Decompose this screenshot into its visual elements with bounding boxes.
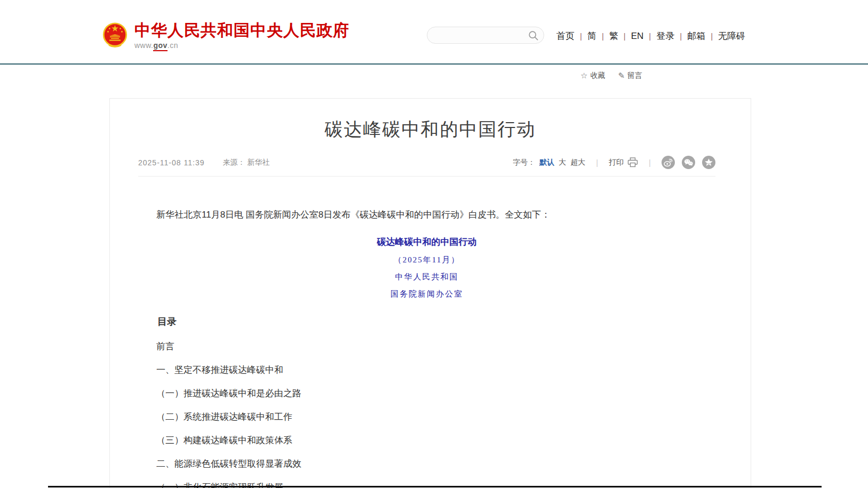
nav-separator: | (580, 31, 582, 41)
font-size-default[interactable]: 默认 (539, 158, 554, 167)
message-label: 留言 (627, 71, 642, 81)
nav-separator: | (649, 31, 651, 41)
print-label: 打印 (609, 158, 624, 167)
toc-item-preface: 前言 (138, 342, 715, 351)
article-card: 碳达峰碳中和的中国行动 2025-11-08 11:39 来源： 新华社 字号：… (109, 98, 751, 488)
weibo-share-icon[interactable] (662, 156, 675, 169)
font-size-xlarge[interactable]: 超大 (570, 158, 585, 167)
search-input[interactable] (427, 27, 544, 43)
article-meta-left: 2025-11-08 11:39 来源： 新华社 (138, 158, 269, 167)
window-bottom-edge (48, 486, 822, 487)
site-title: 中华人民共和国中央人民政府 (134, 21, 349, 39)
meta-separator: | (596, 158, 598, 167)
search-button[interactable] (528, 30, 539, 41)
favorite-button[interactable]: ☆ 收藏 (580, 71, 605, 81)
toc-heading: 目录 (138, 315, 715, 328)
toc-item-1: 一、坚定不移推进碳达峰碳中和 (138, 365, 715, 375)
nav-separator: | (680, 31, 682, 41)
national-emblem-icon (102, 21, 128, 50)
nav-separator: | (624, 31, 626, 41)
wechat-share-icon[interactable] (682, 156, 695, 169)
article-title: 碳达峰碳中和的中国行动 (131, 117, 729, 142)
font-size-large[interactable]: 大 (559, 158, 566, 167)
url-www: www. (134, 41, 153, 50)
nav-mail[interactable]: 邮箱 (687, 30, 705, 42)
share-icons (662, 156, 715, 169)
toc-item-1-3: （三）构建碳达峰碳中和政策体系 (138, 436, 715, 445)
print-button[interactable]: 打印 (609, 157, 638, 167)
nav-login[interactable]: 登录 (656, 30, 674, 42)
brand-text: 中华人民共和国中央人民政府 www.gov.cn (134, 21, 349, 50)
favorite-label: 收藏 (590, 71, 605, 81)
nav-english[interactable]: EN (631, 31, 644, 42)
printer-icon (627, 157, 638, 167)
document-org-line-2: 国务院新闻办公室 (138, 289, 715, 299)
nav-separator: | (602, 31, 604, 41)
url-gov: gov (153, 41, 167, 51)
search-box (427, 27, 544, 44)
search-icon (528, 30, 539, 41)
document-date-line: （2025年11月） (138, 255, 715, 265)
site-brand[interactable]: 中华人民共和国中央人民政府 www.gov.cn (102, 21, 349, 50)
site-url: www.gov.cn (134, 41, 349, 50)
nav-simplified[interactable]: 简 (587, 30, 596, 42)
source-label: 来源： (222, 158, 245, 167)
message-button[interactable]: ✎ 留言 (618, 71, 642, 81)
source-value[interactable]: 新华社 (247, 158, 269, 167)
toc-item-2: 二、能源绿色低碳转型取得显著成效 (138, 459, 715, 469)
pencil-icon: ✎ (618, 71, 625, 81)
font-size-label: 字号： (513, 158, 535, 167)
nav-accessibility[interactable]: 无障碍 (718, 30, 745, 42)
nav-traditional[interactable]: 繁 (609, 30, 618, 42)
publish-date: 2025-11-08 11:39 (138, 158, 204, 167)
url-cn: .cn (168, 41, 178, 50)
document-org-line-1: 中华人民共和国 (138, 272, 715, 282)
header-divider (0, 63, 868, 65)
lead-paragraph: 新华社北京11月8日电 国务院新闻办公室8日发布《碳达峰碳中和的中国行动》白皮书… (138, 209, 715, 221)
toc-item-1-2: （二）系统推进碳达峰碳中和工作 (138, 412, 715, 422)
star-outline-icon: ☆ (580, 71, 587, 81)
article-meta-right: 字号： 默认 大 超大 | 打印 | (513, 156, 715, 169)
top-nav: 首页 | 简 | 繁 | EN | 登录 | 邮箱 | 无障碍 (556, 30, 745, 42)
page: 中华人民共和国中央人民政府 www.gov.cn 首页 | 简 | 繁 | EN… (0, 0, 868, 488)
article-meta-row: 2025-11-08 11:39 来源： 新华社 字号： 默认 大 超大 | 打… (138, 156, 715, 177)
document-title: 碳达峰碳中和的中国行动 (138, 236, 715, 248)
meta-separator: | (649, 158, 651, 167)
site-header: 中华人民共和国中央人民政府 www.gov.cn 首页 | 简 | 繁 | EN… (0, 0, 868, 63)
page-actions: ☆ 收藏 ✎ 留言 (580, 71, 642, 81)
nav-separator: | (711, 31, 713, 41)
qzone-star-share-icon[interactable] (702, 156, 715, 169)
toc-item-1-1: （一）推进碳达峰碳中和是必由之路 (138, 389, 715, 398)
nav-home[interactable]: 首页 (556, 30, 575, 42)
article-body: 新华社北京11月8日电 国务院新闻办公室8日发布《碳达峰碳中和的中国行动》白皮书… (110, 209, 751, 488)
